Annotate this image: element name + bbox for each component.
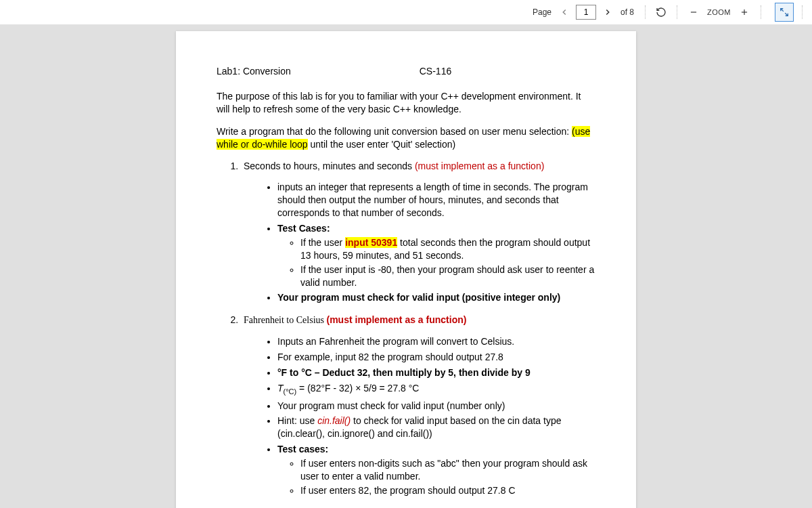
zoom-out-button[interactable] [685, 4, 702, 20]
reload-icon [656, 7, 667, 18]
pdf-toolbar: Page of 8 ZOOM [0, 0, 812, 24]
subbullet: If the user input is -80, then your prog… [300, 263, 595, 289]
fullscreen-exit-icon [780, 7, 789, 17]
toolbar-divider [645, 5, 646, 19]
toolbar-divider [677, 5, 677, 19]
intro-paragraph: The purpose of this lab is for you to fa… [217, 90, 595, 116]
page-number-input[interactable] [576, 5, 596, 20]
subbullet: If the user input 50391 total seconds th… [300, 236, 595, 262]
subbullets: If the user input 50391 total seconds th… [277, 236, 595, 289]
bullets-1: inputs an integer that represents a leng… [244, 181, 595, 304]
bullet: Inputs an Fahrenheit the program will co… [277, 335, 595, 348]
document-viewport[interactable]: Lab1: Conversion CS-116 The purpose of t… [0, 24, 812, 508]
list-item-1: Seconds to hours, minutes and seconds (m… [241, 160, 595, 304]
doc-title-right: CS-116 [420, 65, 451, 78]
bullet: Your program must check for valid input … [277, 291, 595, 304]
zoom-label: ZOOM [707, 8, 731, 16]
bullet: For example, input 82 the program should… [277, 351, 595, 364]
list-item-2: Fahrenheit to Celsius (must implement as… [241, 314, 595, 496]
bullet: Test Cases: If the user input 50391 tota… [277, 222, 595, 289]
next-page-button[interactable] [600, 5, 615, 20]
numbered-list: Seconds to hours, minutes and seconds (m… [217, 160, 595, 508]
bullets-2: Inputs an Fahrenheit the program will co… [244, 335, 595, 497]
prev-page-button[interactable] [557, 5, 572, 20]
chevron-left-icon [560, 7, 569, 17]
page-total-label: of 8 [621, 7, 634, 17]
bullet: inputs an integer that represents a leng… [277, 181, 595, 219]
subbullet: If user enters 82, the program should ou… [300, 484, 595, 497]
chevron-right-icon [603, 7, 612, 17]
minus-icon [689, 7, 698, 17]
zoom-in-button[interactable] [736, 4, 752, 20]
toolbar-divider [802, 5, 803, 19]
page-label: Page [533, 7, 551, 17]
doc-body: The purpose of this lab is for you to fa… [217, 90, 595, 508]
toolbar-divider [761, 5, 761, 19]
instruction-paragraph: Write a program that do the following un… [217, 125, 595, 151]
bullet: Your program must check for valid input … [277, 400, 595, 412]
bullet: °F to °C – Deduct 32, then multiply by 5… [277, 366, 595, 379]
subbullets-2: If user enters non-digits such as "abc" … [277, 457, 595, 497]
bullet: Hint: use cin.fail() to check for valid … [277, 415, 595, 440]
fullscreen-button[interactable] [775, 3, 794, 22]
highlight-input: input 50391 [345, 237, 397, 248]
doc-header: Lab1: Conversion CS-116 [217, 65, 595, 78]
doc-title-left: Lab1: Conversion [217, 65, 291, 78]
subbullet: If user enters non-digits such as "abc" … [300, 457, 595, 483]
bullet: T(°C) = (82°F - 32) × 5/9 = 27.8 °C [277, 382, 595, 397]
reload-button[interactable] [654, 5, 669, 20]
bullet: Test cases: If user enters non-digits su… [277, 443, 595, 497]
plus-icon [740, 7, 749, 17]
document-page: Lab1: Conversion CS-116 The purpose of t… [176, 31, 636, 508]
